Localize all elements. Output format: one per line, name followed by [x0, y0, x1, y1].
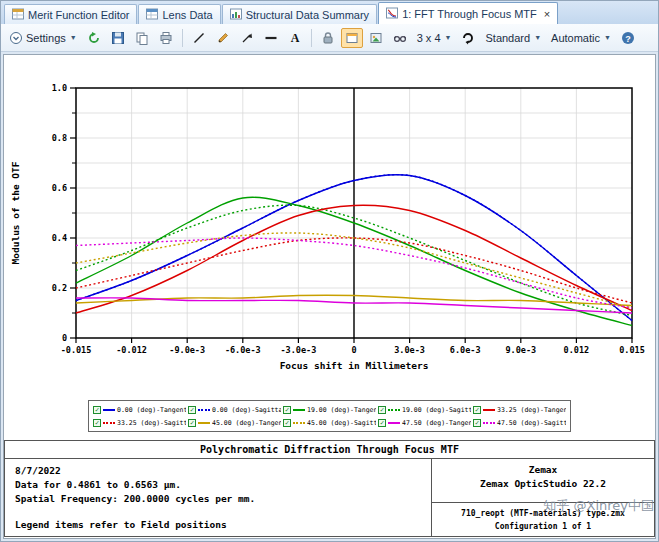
horizontal-line-tool-button[interactable]: [260, 28, 282, 48]
legend-line-sample: [388, 422, 400, 424]
grid-size-dropdown[interactable]: 3 x 4▼: [413, 29, 456, 47]
tab-1-fft-through-focus-mtf[interactable]: 1: FFT Through Focus MTF×: [378, 2, 558, 24]
tab-label: Merit Function Editor: [28, 9, 129, 21]
configuration-label: Configuration 1 of 1: [434, 520, 652, 533]
legend-checkbox[interactable]: ✓: [473, 419, 481, 427]
save-button[interactable]: [107, 28, 129, 48]
legend-checkbox[interactable]: ✓: [93, 419, 101, 427]
tab-lens-data[interactable]: Lens Data: [138, 4, 220, 24]
text-tool-icon: A: [288, 31, 302, 45]
horizontal-line-tool-icon: [264, 31, 278, 45]
window-tool-icon: [345, 31, 359, 45]
legend-entry: ✓45.00 (deg)-Tangential: [188, 416, 281, 429]
svg-text:-0.015: -0.015: [61, 345, 92, 355]
svg-text:0.015: 0.015: [619, 345, 645, 355]
tab-structural-data-summary[interactable]: Structural Data Summary: [222, 4, 377, 24]
print-button[interactable]: [155, 28, 177, 48]
settings-button-label: Settings: [26, 32, 66, 44]
legend-line-sample: [293, 409, 305, 411]
print-icon: [159, 31, 173, 45]
save-icon: [111, 31, 125, 45]
tab-label: 1: FFT Through Focus MTF: [402, 8, 537, 20]
glasses-button[interactable]: [389, 28, 411, 48]
svg-text:0.4: 0.4: [52, 233, 67, 243]
legend-checkbox[interactable]: ✓: [283, 419, 291, 427]
lock-icon: [321, 31, 335, 45]
standard-dropdown-label: Standard: [485, 32, 530, 44]
svg-text:-6.0e-3: -6.0e-3: [225, 345, 261, 355]
legend-label: 33.25 (deg)-Tangential: [497, 406, 566, 414]
legend-label: 45.00 (deg)-Sagittal: [307, 419, 376, 427]
analysis-toolbar: Settings▼A3 x 4▼Standard▼Automatic▼?: [1, 24, 658, 52]
legend-checkbox[interactable]: ✓: [188, 419, 196, 427]
plot-footer-panel: Polychromatic Diffraction Through Focus …: [4, 440, 655, 537]
svg-text:1.0: 1.0: [52, 83, 67, 93]
tab-label: Structural Data Summary: [246, 9, 369, 21]
automatic-dropdown-label: Automatic: [551, 32, 600, 44]
settings-button[interactable]: Settings▼: [5, 28, 81, 48]
chevron-down-icon: ▼: [534, 34, 541, 41]
legend-line-sample: [198, 422, 210, 424]
legend-line-sample: [103, 422, 115, 424]
legend-line-sample: [483, 422, 495, 424]
legend-checkbox[interactable]: ✓: [188, 406, 196, 414]
legend-label: 47.50 (deg)-Sagittal: [497, 419, 566, 427]
help-icon: ?: [621, 31, 635, 45]
svg-text:0.2: 0.2: [52, 283, 67, 293]
legend-checkbox[interactable]: ✓: [473, 406, 481, 414]
lock-button[interactable]: [317, 28, 339, 48]
legend-entry: ✓47.50 (deg)-Sagittal: [473, 416, 566, 429]
toolbar-separator: [182, 29, 183, 47]
refresh-button[interactable]: [83, 28, 105, 48]
zemax-analysis-window: Merit Function EditorLens DataStructural…: [0, 0, 659, 542]
legend-label: 0.00 (deg)-Tangential: [117, 406, 186, 414]
merit-function-editor-icon: [12, 8, 24, 22]
footer-wavelength-range: Data for 0.4861 to 0.6563 µm.: [15, 478, 421, 492]
text-tool-button[interactable]: A: [284, 28, 306, 48]
copy-button[interactable]: [131, 28, 153, 48]
footer-product-block: Zemax Zemax OpticStudio 22.2 710_reopt (…: [431, 459, 654, 536]
svg-text:Focus shift in Millimeters: Focus shift in Millimeters: [280, 360, 429, 371]
svg-text:0: 0: [351, 345, 356, 355]
lens-file-name: 710_reopt (MTF-materials) type.zmx: [434, 507, 652, 520]
svg-text:3.0e-3: 3.0e-3: [394, 345, 425, 355]
line-tool-button[interactable]: [188, 28, 210, 48]
legend-label: 47.50 (deg)-Tangential: [402, 419, 471, 427]
tab-merit-function-editor[interactable]: Merit Function Editor: [4, 4, 137, 24]
svg-text:-0.012: -0.012: [116, 345, 147, 355]
arrow-tool-icon: [240, 31, 254, 45]
legend-line-sample: [198, 409, 210, 411]
rotate-button[interactable]: [457, 28, 479, 48]
legend-label: 19.00 (deg)-Sagittal: [402, 406, 471, 414]
help-button[interactable]: ?: [617, 28, 639, 48]
footer-date: 8/7/2022: [15, 464, 421, 478]
automatic-dropdown[interactable]: Automatic▼: [547, 29, 615, 47]
structural-data-summary-icon: [230, 8, 242, 22]
legend-checkbox[interactable]: ✓: [283, 406, 291, 414]
chevron-down-icon: ▼: [445, 34, 452, 41]
legend-line-sample: [483, 409, 495, 411]
settings-chevron-icon: [9, 31, 23, 45]
grid-size-dropdown-label: 3 x 4: [417, 32, 441, 44]
glasses-icon: [393, 31, 407, 45]
fft-mtf-icon: [386, 7, 398, 21]
frame-tool-icon: [369, 31, 383, 45]
tab-label: Lens Data: [162, 9, 212, 21]
brand-name: Zemax: [432, 463, 654, 477]
frame-tool-button[interactable]: [365, 28, 387, 48]
legend-checkbox[interactable]: ✓: [93, 406, 101, 414]
standard-dropdown[interactable]: Standard▼: [481, 29, 545, 47]
arrow-tool-button[interactable]: [236, 28, 258, 48]
window-tool-button[interactable]: [341, 28, 363, 48]
tab-bar: Merit Function EditorLens DataStructural…: [1, 1, 658, 24]
pencil-tool-button[interactable]: [212, 28, 234, 48]
tab-close-icon[interactable]: ×: [544, 9, 550, 19]
through-focus-mtf-chart: 00.20.40.60.81.0-0.015-0.012-9.0e-3-6.0e…: [3, 55, 656, 397]
legend-checkbox[interactable]: ✓: [378, 406, 386, 414]
legend-label: 19.00 (deg)-Tangential: [307, 406, 376, 414]
svg-text:0.6: 0.6: [52, 183, 67, 193]
legend-checkbox[interactable]: ✓: [378, 419, 386, 427]
legend-label: 45.00 (deg)-Tangential: [212, 419, 281, 427]
legend-line-sample: [293, 422, 305, 424]
chart-legend: ✓0.00 (deg)-Tangential✓0.00 (deg)-Sagitt…: [88, 400, 571, 432]
